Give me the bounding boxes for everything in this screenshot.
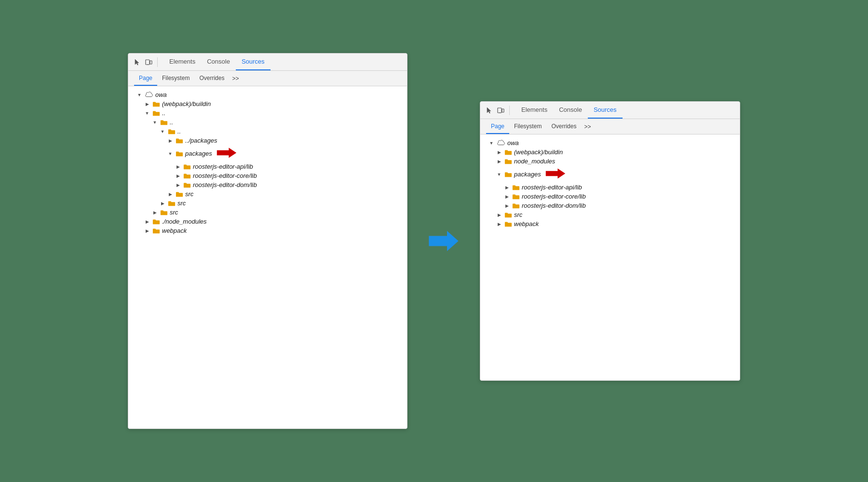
label-roosterjs-api: roosterjs-editor-api/lib — [193, 163, 253, 170]
label-src-mid: src — [177, 200, 186, 207]
subtab-filesystem-right[interactable]: Filesystem — [509, 119, 546, 134]
triangle-src-inner — [167, 191, 174, 198]
tree-item-src-inner[interactable]: src — [128, 189, 407, 199]
svg-marker-4 — [429, 231, 458, 251]
label-dotdot1: .. — [162, 109, 165, 117]
folder-icon — [152, 110, 160, 117]
folder-icon — [512, 193, 520, 200]
right-file-tree: owa (webpack)/buildin node_m — [480, 134, 740, 380]
label-roosterjs-dom-r: roosterjs-editor-dom/lib — [522, 202, 586, 209]
folder-icon — [152, 228, 160, 234]
triangle-webpack-left — [144, 228, 150, 234]
folder-icon — [504, 149, 512, 156]
label-webpack-buildin-r: (webpack)/buildin — [514, 148, 563, 156]
folder-icon — [504, 171, 512, 178]
tree-item-owa[interactable]: owa — [128, 90, 407, 99]
label-src-r: src — [514, 211, 522, 218]
triangle-roosterjs-dom-r — [503, 202, 510, 209]
label-webpack-left: webpack — [162, 227, 187, 234]
subtab-more-right[interactable]: >> — [581, 121, 594, 132]
subtab-overrides[interactable]: Overrides — [194, 71, 229, 86]
left-file-tree: owa (webpack)/buildin .. — [128, 86, 407, 428]
folder-icon — [176, 150, 183, 157]
tree-item-owa-r[interactable]: owa — [480, 138, 740, 147]
tree-item-roosterjs-dom-r[interactable]: roosterjs-editor-dom/lib — [480, 201, 740, 210]
folder-icon — [160, 119, 168, 126]
tree-item-roosterjs-core-r[interactable]: roosterjs-editor-core/lib — [480, 192, 740, 201]
svg-marker-8 — [545, 168, 565, 178]
folder-icon — [176, 191, 183, 198]
folder-icon — [152, 218, 160, 225]
tree-item-webpack-left[interactable]: webpack — [128, 226, 407, 235]
svg-rect-1 — [150, 61, 152, 64]
triangle-roosterjs-core — [175, 173, 181, 179]
toolbar-tabs-right: Elements Console Sources — [515, 102, 623, 119]
tab-console-right[interactable]: Console — [553, 102, 588, 119]
tree-item-dotdot1[interactable]: .. — [128, 108, 407, 118]
tree-item-roosterjs-api-r[interactable]: roosterjs-editor-api/lib — [480, 183, 740, 192]
tree-item-roosterjs-core[interactable]: roosterjs-editor-core/lib — [128, 171, 407, 180]
tree-item-dotdot-packages[interactable]: ../packages — [128, 136, 407, 145]
tree-item-dotdot2[interactable]: .. — [128, 118, 407, 127]
tab-elements-right[interactable]: Elements — [515, 102, 553, 119]
triangle-src-r — [496, 212, 502, 218]
right-toolbar: Elements Console Sources — [480, 102, 740, 119]
toolbar-tabs: Elements Console Sources — [163, 54, 271, 70]
tab-console[interactable]: Console — [201, 54, 236, 70]
triangle-dotdot1 — [144, 110, 150, 117]
subtab-page[interactable]: Page — [134, 71, 157, 86]
tab-sources[interactable]: Sources — [236, 54, 271, 70]
tree-item-packages-left[interactable]: packages — [128, 145, 407, 162]
device-icon-right[interactable] — [496, 106, 505, 115]
label-dotdot-packages: ../packages — [185, 137, 217, 144]
subtab-more[interactable]: >> — [229, 73, 242, 84]
folder-icon — [176, 137, 183, 144]
tree-item-src-r[interactable]: src — [480, 210, 740, 219]
left-toolbar: Elements Console Sources — [128, 54, 407, 71]
label-webpack-r: webpack — [514, 220, 539, 228]
subtab-filesystem[interactable]: Filesystem — [157, 71, 194, 86]
red-arrow-left — [216, 146, 237, 161]
label-node-modules: ./node_modules — [162, 218, 207, 225]
blue-arrow — [427, 227, 461, 255]
tree-item-roosterjs-dom[interactable]: roosterjs-editor-dom/lib — [128, 180, 407, 189]
cursor-icon-right[interactable] — [484, 106, 494, 115]
tree-item-webpack-r[interactable]: webpack — [480, 219, 740, 228]
triangle-src-outer — [151, 209, 158, 216]
tree-item-webpack-buildin-r[interactable]: (webpack)/buildin — [480, 147, 740, 157]
red-arrow-right — [545, 167, 566, 182]
svg-rect-0 — [146, 60, 149, 65]
tree-item-webpack-buildin[interactable]: (webpack)/buildin — [128, 99, 407, 108]
tab-sources-right[interactable]: Sources — [588, 102, 623, 119]
folder-icon — [160, 209, 168, 216]
label-roosterjs-core: roosterjs-editor-core/lib — [193, 172, 257, 179]
label-webpack-buildin: (webpack)/buildin — [162, 100, 211, 107]
folder-icon — [183, 173, 191, 179]
tree-item-packages-right[interactable]: packages — [480, 166, 740, 183]
triangle-webpack — [144, 101, 150, 107]
subtab-overrides-right[interactable]: Overrides — [546, 119, 581, 134]
triangle-owa — [136, 92, 143, 98]
tree-item-dotdot3[interactable]: .. — [128, 127, 407, 136]
triangle-roosterjs-dom — [175, 182, 181, 188]
subtab-page-right[interactable]: Page — [486, 119, 509, 134]
tree-item-src-mid[interactable]: src — [128, 199, 407, 208]
triangle-webpack-r — [496, 149, 502, 156]
triangle-node-modules-r — [496, 158, 502, 165]
tree-item-node-modules[interactable]: ./node_modules — [128, 217, 407, 226]
main-container: Elements Console Sources Page Filesystem… — [128, 53, 740, 429]
label-packages-left: packages — [185, 150, 212, 157]
label-roosterjs-api-r: roosterjs-editor-api/lib — [522, 184, 582, 191]
tab-elements[interactable]: Elements — [163, 54, 201, 70]
folder-icon — [152, 101, 160, 107]
cursor-icon[interactable] — [132, 57, 142, 67]
triangle-roosterjs-api — [175, 163, 181, 170]
triangle-packages-r — [496, 171, 502, 178]
tree-item-src-outer[interactable]: src — [128, 208, 407, 217]
svg-marker-3 — [217, 147, 236, 158]
cloud-icon — [145, 92, 153, 98]
tree-item-roosterjs-api[interactable]: roosterjs-editor-api/lib — [128, 162, 407, 171]
tree-item-node-modules-r[interactable]: node_modules — [480, 157, 740, 166]
device-icon[interactable] — [144, 57, 153, 67]
triangle-owa-r — [488, 140, 495, 147]
